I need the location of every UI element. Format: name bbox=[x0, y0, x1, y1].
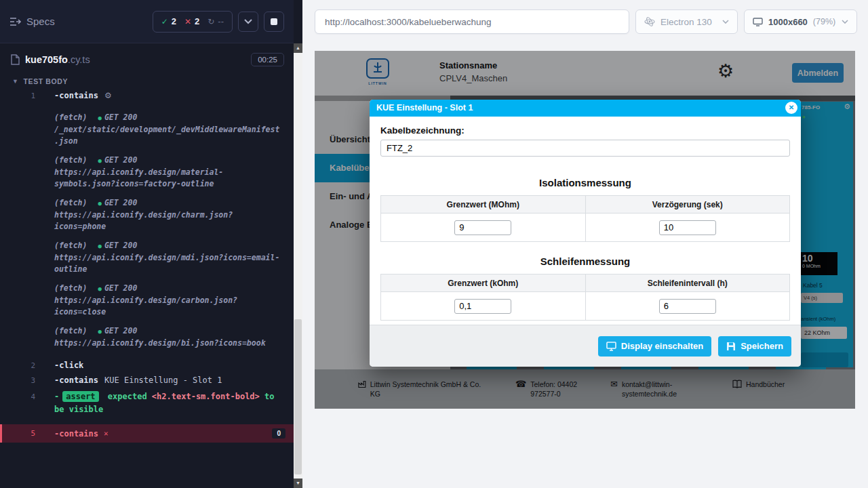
passed-icon: ✓ bbox=[161, 17, 168, 26]
fail-x-icon: ✕ bbox=[104, 429, 108, 438]
test-body-toggle[interactable]: ▼ TEST BODY bbox=[0, 72, 294, 88]
iso-limit-input[interactable] bbox=[454, 220, 511, 235]
iso-delay-input[interactable] bbox=[659, 220, 716, 235]
chevron-down-icon: ▼ bbox=[12, 78, 19, 85]
specs-label: Specs bbox=[26, 16, 55, 27]
display-icon bbox=[606, 342, 616, 351]
chevron-down-icon bbox=[244, 19, 252, 24]
stat-pending: ↻-- bbox=[208, 16, 224, 26]
screen: Specs ✓2 ✕2 ↻-- bbox=[0, 0, 868, 488]
column-header: Verzögerung (sek) bbox=[585, 196, 790, 214]
table-cell bbox=[381, 214, 586, 242]
column-header: Grenzwert (MOhm) bbox=[381, 196, 586, 214]
network-log[interactable]: (fetch)●GET 200 https://api.iconify.desi… bbox=[54, 283, 280, 318]
failed-icon: ✕ bbox=[184, 17, 191, 26]
success-dot-icon: ● bbox=[98, 200, 101, 207]
scrollbar-thumb[interactable] bbox=[294, 319, 302, 475]
spec-file-row[interactable]: kue705fo .cy.ts 00:25 bbox=[0, 43, 294, 72]
command-row[interactable]: 3 -contains KUE Einstellung - Slot 1 bbox=[0, 373, 294, 388]
assert-selector: <h2.text-sm.font-bold> bbox=[152, 392, 260, 401]
spec-file-icon bbox=[11, 54, 20, 65]
spec-timer: 00:25 bbox=[251, 53, 284, 66]
test-body-label: TEST BODY bbox=[24, 77, 68, 85]
dialog-title: KUE Einstellung - Slot 1 bbox=[370, 100, 801, 117]
floppy-disk-icon bbox=[726, 342, 736, 351]
network-logs: (fetch)●GET 200 /_next/static/developmen… bbox=[0, 103, 294, 358]
loop-limit-input[interactable] bbox=[454, 299, 511, 314]
test-stats: ✓2 ✕2 ↻-- bbox=[153, 11, 233, 33]
specs-menu-button[interactable]: Specs bbox=[9, 16, 55, 27]
dialog-header: KUE Einstellung - Slot 1 ✕ bbox=[370, 100, 801, 117]
column-header: Schleifenintervall (h) bbox=[585, 274, 790, 292]
app-under-test: LITTWIN Stationsname CPLV4_Maschen ⚙ Abm… bbox=[315, 51, 855, 409]
reporter-header: Specs ✓2 ✕2 ↻-- bbox=[0, 0, 294, 43]
isolation-table: Grenzwert (MOhm) Verzögerung (sek) bbox=[380, 195, 790, 242]
chevron-down-icon bbox=[722, 20, 729, 24]
display-on-button[interactable]: Display einschalten bbox=[598, 336, 711, 357]
isolation-heading: Isolationsmessung bbox=[380, 177, 790, 188]
cable-name-label: Kabelbezeichnung: bbox=[380, 125, 790, 136]
stop-tests-button[interactable] bbox=[264, 12, 284, 32]
kue-settings-dialog: KUE Einstellung - Slot 1 ✕ Kabelbezeichn… bbox=[370, 100, 801, 367]
loop-table: Grenzwert (kOhm) Schleifenintervall (h) bbox=[380, 274, 790, 321]
column-header: Grenzwert (kOhm) bbox=[381, 274, 586, 292]
command-row[interactable]: 2 -click bbox=[0, 358, 294, 373]
browser-select[interactable]: Electron 130 bbox=[635, 9, 738, 34]
scroll-up-icon[interactable]: ▲ bbox=[294, 43, 302, 53]
network-log[interactable]: (fetch)●GET 200 /_next/static/developmen… bbox=[54, 112, 280, 147]
spec-name: kue705fo bbox=[25, 54, 68, 65]
pending-icon: ↻ bbox=[208, 17, 214, 26]
network-log[interactable]: (fetch)●GET 200 https://api.iconify.desi… bbox=[54, 197, 280, 232]
viewport-select[interactable]: 1000x660 (79%) bbox=[744, 9, 857, 34]
specs-list-icon bbox=[9, 17, 21, 26]
cypress-reporter: Specs ✓2 ✕2 ↻-- bbox=[0, 0, 302, 488]
loop-interval-input[interactable] bbox=[659, 299, 716, 314]
dialog-body: Kabelbezeichnung: Isolationsmessung Gren… bbox=[370, 125, 801, 321]
stat-failed: ✕2 bbox=[184, 16, 199, 26]
network-log[interactable]: (fetch)●GET 200 https://api.iconify.desi… bbox=[54, 240, 280, 275]
spec-extension: .cy.ts bbox=[68, 54, 90, 65]
success-dot-icon: ● bbox=[98, 243, 101, 249]
stat-passed: ✓2 bbox=[161, 16, 176, 26]
success-dot-icon: ● bbox=[98, 328, 101, 335]
reporter-scrollbar[interactable]: ▲ ▼ bbox=[294, 43, 302, 488]
success-dot-icon: ● bbox=[98, 115, 101, 121]
success-dot-icon: ● bbox=[98, 157, 101, 164]
assert-badge: assert bbox=[62, 391, 98, 402]
monitor-icon bbox=[753, 18, 763, 26]
runner-topbar: http://localhost:3000/kabelueberwachung … bbox=[302, 0, 868, 43]
retry-count-badge: 0 bbox=[272, 428, 285, 439]
close-icon[interactable]: ✕ bbox=[785, 102, 797, 114]
loop-heading: Schleifenmessung bbox=[380, 256, 790, 267]
command-row-failed[interactable]: 5 -contains ✕ 0 bbox=[0, 424, 294, 443]
table-cell bbox=[585, 292, 790, 321]
table-cell bbox=[585, 214, 790, 242]
electron-icon bbox=[644, 16, 655, 27]
url-input[interactable]: http://localhost:3000/kabelueberwachung bbox=[315, 9, 629, 34]
command-row-assert[interactable]: 4 -assert expected <h2.text-sm.font-bold… bbox=[0, 388, 294, 419]
gear-icon: ⚙ bbox=[104, 91, 112, 100]
success-dot-icon: ● bbox=[98, 285, 101, 292]
network-log[interactable]: (fetch)●GET 200 https://api.iconify.desi… bbox=[54, 155, 280, 190]
collapse-panel-button[interactable] bbox=[238, 12, 258, 32]
save-button[interactable]: Speichern bbox=[718, 336, 791, 357]
test-runner-main: http://localhost:3000/kabelueberwachung … bbox=[302, 0, 868, 488]
dialog-footer: Display einschalten Speichern bbox=[370, 325, 801, 367]
network-log[interactable]: (fetch)●GET 200 https://api.iconify.desi… bbox=[54, 325, 280, 349]
table-cell bbox=[381, 292, 586, 321]
scroll-down-icon[interactable]: ▼ bbox=[294, 479, 302, 488]
chevron-down-icon bbox=[842, 20, 848, 24]
command-row[interactable]: 1 -contains ⚙ bbox=[0, 88, 294, 103]
cable-name-input[interactable] bbox=[380, 140, 790, 157]
stop-icon bbox=[271, 18, 277, 25]
